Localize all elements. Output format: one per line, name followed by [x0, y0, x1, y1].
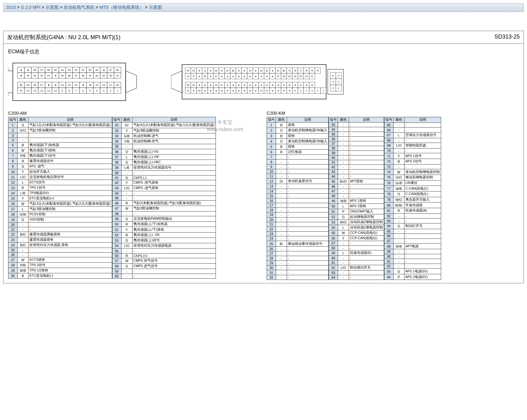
- svg-text:7: 7: [76, 89, 77, 92]
- svg-text:★: ★: [272, 84, 274, 86]
- svg-text:38: 38: [68, 74, 71, 77]
- table-row: 61--: [329, 260, 384, 265]
- table-row: 27--: [267, 251, 329, 256]
- table-row: 17--: [267, 203, 329, 208]
- svg-text:★: ★: [210, 84, 211, 86]
- svg-text:24: 24: [61, 84, 64, 87]
- svg-text:42: 42: [40, 74, 43, 77]
- svg-text:67: 67: [215, 75, 217, 77]
- table-row: 33--: [329, 123, 384, 127]
- table-row: 50LAPS 2搭铁: [329, 204, 384, 209]
- svg-text:★: ★: [210, 75, 211, 77]
- svg-text:★: ★: [221, 70, 223, 72]
- table-row: 57--: [329, 241, 384, 246]
- table-row: 14L/BTPS电源(5V): [8, 191, 112, 196]
- svg-text:52: 52: [75, 69, 78, 71]
- table-row: 52R氧传感器(上)- VN: [112, 232, 216, 238]
- table-row: 48--: [329, 194, 384, 198]
- table-row: 49W/BAPS 1搭铁: [329, 198, 384, 204]
- svg-text:★: ★: [255, 75, 257, 77]
- table-row: 88W/BAPT电源: [384, 244, 441, 249]
- table-group-km: C200-KM 端号颜色说明1B搭铁2O发动机控制继电器ON输入3B搭铁4O发动…: [267, 109, 519, 280]
- table-row: 69L/O智能钥匙防盗: [384, 143, 441, 149]
- table-row: 59L轮速传感器(E): [329, 250, 384, 256]
- table-row: 92--: [384, 264, 441, 269]
- table-row: 60--: [329, 256, 384, 260]
- connector-diagram-am: ★★58575655545352515049★4746★★434241★3938…: [8, 58, 140, 106]
- page-title: 发动机控制系统(G4NA : NU 2.0L MPI M/T)(1): [7, 34, 120, 41]
- table-row: 1G气缸1点火(未配备钥匙防盗) 气缸4点火(配备钥匙防盗): [8, 123, 112, 128]
- table-row: 2G/O气缸1喷油嘴控制: [8, 128, 112, 133]
- table-row: 37--: [329, 141, 384, 146]
- table-row: 19--: [267, 213, 329, 217]
- svg-text:★: ★: [27, 74, 29, 77]
- table-row: 91--: [384, 259, 441, 264]
- svg-text:27: 27: [40, 84, 43, 87]
- table-row: 9--: [267, 164, 329, 169]
- svg-text:3: 3: [311, 90, 313, 92]
- table-row: 8--: [267, 160, 329, 164]
- svg-text:★: ★: [311, 84, 313, 86]
- connector-diagram-km: 9493★★★89★8786★★★★8482★81807978777675747…: [171, 58, 347, 106]
- svg-text:45: 45: [215, 84, 217, 86]
- table-row: 48--: [112, 211, 216, 216]
- svg-text:52: 52: [305, 75, 308, 77]
- table-row: 81R轮速传感器(A): [384, 208, 441, 214]
- svg-text:25: 25: [198, 90, 201, 92]
- svg-text:★: ★: [204, 84, 206, 86]
- table-row: 56YCCP-CAN(低电位): [329, 236, 384, 241]
- table-row: 45--: [112, 196, 216, 200]
- svg-text:★: ★: [272, 75, 274, 77]
- table-row: 35--: [112, 144, 216, 149]
- table-row: 51Y氧传感器(上/下)搭铁: [112, 227, 216, 232]
- svg-text:53: 53: [300, 75, 302, 77]
- table-row: 24B/O歧管绝对压力传感器 搭铁: [8, 243, 112, 248]
- table-row: 3B搭铁: [267, 133, 329, 139]
- table-row: 2O发动机控制继电器ON输入: [267, 128, 329, 133]
- svg-text:★: ★: [215, 90, 217, 92]
- svg-text:★: ★: [89, 74, 91, 77]
- svg-text:43: 43: [34, 74, 36, 77]
- table-row: 26--: [8, 253, 112, 257]
- svg-text:56: 56: [283, 75, 285, 77]
- svg-text:★: ★: [82, 84, 84, 87]
- table-row: 73--: [384, 164, 441, 169]
- svg-text:★: ★: [277, 84, 279, 86]
- table-row: 34Y/B机油控制阀-排气: [112, 139, 216, 144]
- svg-text:2: 2: [332, 87, 334, 90]
- table-row: 3--: [8, 133, 112, 138]
- svg-text:★: ★: [238, 75, 240, 77]
- svg-text:69: 69: [204, 75, 206, 77]
- table-row: 46R气缸2(未配备钥匙防盗) 气缸3(配备钥匙防盗): [112, 201, 216, 206]
- svg-text:41: 41: [47, 74, 50, 77]
- table-row: 24--: [267, 236, 329, 241]
- table-row: 36--: [329, 137, 384, 141]
- table-row: 34--: [329, 127, 384, 132]
- table-row: 29W/BTPS 1/2搭铁: [8, 268, 112, 273]
- table-row: 47--: [329, 189, 384, 194]
- svg-text:79: 79: [288, 70, 291, 72]
- svg-text:86: 86: [232, 70, 234, 72]
- svg-text:57: 57: [40, 69, 43, 71]
- svg-text:★: ★: [48, 84, 50, 87]
- table-row: 16--: [267, 198, 329, 203]
- svg-text:54: 54: [294, 75, 296, 77]
- table-row: 4O发动机控制继电器ON输入: [267, 139, 329, 144]
- table-row: 21--: [267, 222, 329, 227]
- svg-text:53: 53: [68, 69, 71, 71]
- svg-text:47: 47: [109, 69, 112, 71]
- svg-text:77: 77: [300, 70, 302, 72]
- table-row: 32--: [267, 275, 329, 280]
- svg-text:★: ★: [227, 84, 228, 86]
- svg-text:28: 28: [34, 84, 36, 87]
- svg-text:29: 29: [27, 84, 29, 87]
- svg-text:★: ★: [249, 75, 251, 77]
- table-row: 67L空调压力传感器信号: [384, 132, 441, 138]
- svg-text:★: ★: [266, 90, 268, 92]
- svg-text:★: ★: [232, 75, 234, 77]
- table-row: 8R爆震传感器信号: [8, 159, 112, 164]
- svg-text:17: 17: [109, 84, 112, 87]
- svg-text:★: ★: [289, 90, 290, 92]
- svg-text:★: ★: [103, 69, 105, 71]
- table-row: 33G/B机油控制阀-进气: [112, 133, 216, 139]
